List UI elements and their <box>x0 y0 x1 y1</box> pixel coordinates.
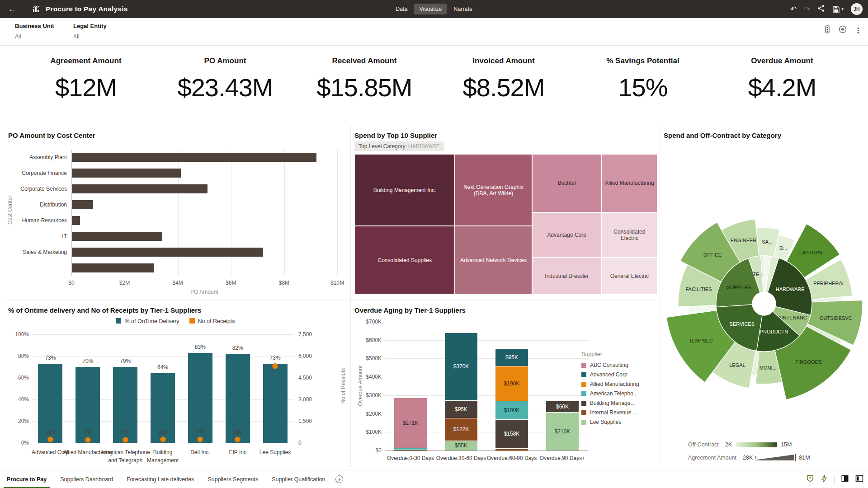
segment-american-telepho-[interactable]: $100K <box>495 401 528 419</box>
filter-business-unit[interactable]: Business UnitAll <box>15 23 54 40</box>
right-tick: 0 <box>298 440 302 446</box>
treemap-cell-industrial-dressler[interactable]: Industrial Dressler <box>532 258 602 294</box>
kpi-tile[interactable]: PO Amount$23.43M <box>157 46 293 122</box>
receipts-dot[interactable] <box>272 363 278 369</box>
bar-Sales & Marketing[interactable] <box>72 248 263 257</box>
avatar[interactable]: JH <box>851 3 863 15</box>
legend-item[interactable]: No of Receipts <box>189 318 235 324</box>
segment-lee-supplies[interactable]: $55K <box>445 441 477 450</box>
segment-internal-revenue-[interactable] <box>495 448 528 450</box>
chart-title: Spend and Off-Contract by Category <box>664 131 781 139</box>
y-tick: $300K <box>360 392 382 399</box>
legend-item[interactable]: Building Manage... <box>581 400 639 406</box>
bar-Distribution[interactable] <box>72 200 93 209</box>
save-button[interactable]: ▾ <box>832 5 844 13</box>
canvas-tab-forecasting-late-deliveries[interactable]: Forecasting Late deliveries <box>120 470 201 488</box>
treemap-cell-consolidated-supplies[interactable]: Consolidated Supplies <box>354 226 455 294</box>
chart-spend-offcontract-by-category: Spend and Off-Contract by Category SA...… <box>661 128 867 470</box>
legend-item[interactable]: Allied Manufacturing <box>581 381 639 387</box>
y-tick: $100K <box>360 429 382 435</box>
quality-insights-icon[interactable] <box>806 474 814 484</box>
y-category-label: Corporate Finance <box>4 170 67 176</box>
tab-narrate[interactable]: Narrate <box>448 4 477 14</box>
kpi-tile[interactable]: Agreement Amount$12M <box>18 46 154 122</box>
bar-Human Resources[interactable] <box>72 216 80 225</box>
kpi-tile[interactable]: Invoiced Amount$8.52M <box>436 46 571 122</box>
tab-data[interactable]: Data <box>391 4 412 14</box>
filter-chip[interactable]: Top Level Category: HARDWARE <box>354 141 444 151</box>
bar-Corporate Services[interactable] <box>72 184 208 193</box>
stacked-bar-3[interactable]: $158K$100K$190K$95K <box>495 322 528 450</box>
receipts-dot[interactable] <box>123 437 128 443</box>
filter-legal-entity[interactable]: Legal EntityAll <box>73 23 107 40</box>
legend-item[interactable]: Lee Supplies <box>581 419 639 425</box>
canvas-tab-suppliers-dashboard[interactable]: Suppliers Dashboard <box>53 470 120 488</box>
treemap-cell-consolidated-electric[interactable]: Consolidated Electric <box>602 212 657 258</box>
legend-item[interactable]: Advanced Corp <box>581 371 639 378</box>
legend-item[interactable]: Internal Revenue ... <box>581 409 639 416</box>
kpi-tile[interactable]: Received Amount$15.85M <box>297 46 432 122</box>
bar-Corporate Finance[interactable] <box>72 169 181 178</box>
treemap-cell-advantage-corp[interactable]: Advantage Corp <box>532 212 602 258</box>
treemap-cell-allied-manufacturing[interactable]: Allied Manufacturing <box>602 154 657 212</box>
segment-advanced-corp[interactable]: $95K <box>495 348 528 366</box>
panel-collapsed-icon[interactable] <box>841 474 849 484</box>
bar-unlabeled[interactable] <box>72 263 154 272</box>
panel-expanded-icon[interactable] <box>855 474 863 484</box>
segment-building-manage-[interactable]: $60K <box>546 401 579 412</box>
bar-lee-supplies[interactable] <box>263 364 288 443</box>
treemap-cell-advanced-network-devices[interactable]: Advanced Network Devices <box>455 226 532 294</box>
segment-advanced-corp[interactable]: $370K <box>445 333 477 401</box>
bar-Assembly Plant[interactable] <box>72 153 316 162</box>
bar-value-label: 83% <box>195 344 206 350</box>
sunburst-label: D... <box>779 245 787 251</box>
back-button[interactable]: ← <box>0 0 25 18</box>
stacked-bar-1[interactable]: $271K <box>394 322 427 450</box>
share-icon[interactable] <box>817 5 825 14</box>
sunburst-label: TEMPSEC <box>689 338 713 343</box>
treemap-cell-next-generation-graphix-dba-art-wilde-[interactable]: Next Generation Graphix (DBA, Art Wilde) <box>455 154 532 226</box>
canvas-tab-procure-to-pay[interactable]: Procure to Pay <box>0 470 53 488</box>
legend-title: Supplier <box>581 351 639 357</box>
legend-item[interactable]: % of OnTime Delivery <box>116 318 179 324</box>
bar-value-label: 82% <box>232 345 243 351</box>
kpi-tile[interactable]: Overdue Amount$4.2M <box>714 46 850 122</box>
treemap-cell-general-electric[interactable]: General Electric <box>602 258 657 294</box>
receipts-label: 220 <box>46 429 55 435</box>
stacked-bar-2[interactable]: $55K$122K$95K$370K <box>445 322 477 450</box>
redo-icon[interactable]: ↷ <box>804 5 810 13</box>
filter-value: All <box>73 33 107 40</box>
legend-item[interactable]: ABC Consulting <box>581 362 639 368</box>
canvas-tab-supplier-qualification[interactable]: Supplier Qualification <box>265 470 332 488</box>
sunburst: SA...D...LAPTOPSPERIPHERALOUTSIDESVCFING… <box>661 142 867 404</box>
treemap-cell-bechtel[interactable]: Bechtel <box>532 154 602 212</box>
segment-building-manage-[interactable]: $158K <box>495 419 528 448</box>
limit-values-icon[interactable] <box>824 25 831 35</box>
receipts-dot[interactable] <box>85 437 91 443</box>
sunburst-label: SERVICES <box>730 321 755 327</box>
segment-building-manage-[interactable]: $95K <box>445 400 477 418</box>
undo-icon[interactable]: ↶ <box>790 5 797 13</box>
x-category-label: Overdue:90 Days+ <box>540 455 585 461</box>
treemap-cell-building-management-inc-[interactable]: Building Management Inc. <box>354 154 455 226</box>
receipts-dot[interactable] <box>160 436 166 442</box>
add-canvas-icon[interactable]: + <box>335 475 343 483</box>
legend-swatch <box>189 318 195 324</box>
segment-american-telepho-[interactable] <box>394 448 427 450</box>
segment-internal-revenue-[interactable] <box>394 450 427 450</box>
segment-internal-revenue-[interactable]: $122K <box>445 418 477 441</box>
segment-lee-supplies[interactable]: $210K <box>546 412 579 451</box>
filter-controls-icon[interactable] <box>839 25 847 35</box>
chart-legend: % of OnTime DeliveryNo of Receipts <box>4 318 347 324</box>
bar-IT[interactable] <box>72 232 162 241</box>
segment-abc-consulting[interactable]: $271K <box>394 398 427 447</box>
kebab-menu-icon[interactable]: ⋮ <box>854 26 862 35</box>
sunburst-label: SUPPLIES <box>727 285 751 290</box>
segment-allied-manufacturing[interactable]: $190K <box>495 366 528 401</box>
canvas-tab-suppliers-segments[interactable]: Suppliers Segments <box>201 470 265 488</box>
stacked-bar-4[interactable]: $210K$60K <box>546 322 579 450</box>
auto-insights-icon[interactable] <box>821 474 828 484</box>
kpi-tile[interactable]: % Savings Potential15% <box>575 46 711 122</box>
tab-visualize[interactable]: Visualize <box>414 4 447 14</box>
legend-item[interactable]: American Telepho... <box>581 390 639 397</box>
